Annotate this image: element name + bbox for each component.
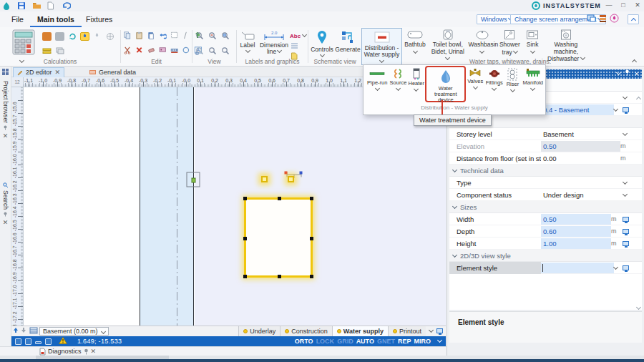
storey-up-button[interactable] [11, 327, 19, 336]
warning-icon[interactable] [59, 337, 67, 346]
status-copy-icon[interactable] [25, 338, 31, 345]
property-value[interactable]: 0.00 [541, 153, 620, 164]
dropdown-item-valves[interactable]: Valves [466, 66, 484, 102]
dropdown-item-fittings[interactable]: Fittings [484, 66, 504, 102]
status-toggle[interactable]: LOCK [315, 338, 336, 345]
tab-file[interactable]: File [4, 14, 31, 27]
modules-icon[interactable] [598, 14, 608, 24]
selected-point[interactable] [261, 176, 268, 182]
panel-pin-icon[interactable] [625, 69, 630, 79]
property-value[interactable] [541, 92, 623, 103]
dimension-line-button[interactable]: 2.0 Dimension line [259, 29, 289, 56]
property-value[interactable] [541, 177, 623, 188]
new-document-button[interactable] [47, 1, 56, 10]
property-dropdown-chevron[interactable] [623, 179, 632, 187]
property-dropdown-chevron[interactable] [614, 264, 623, 272]
label-button[interactable]: Label [237, 29, 258, 56]
dropdown-item-heater[interactable]: Heater [407, 66, 425, 102]
status-toggle[interactable]: ORTO [293, 338, 315, 345]
status-options-chevron[interactable] [438, 338, 441, 345]
compass-icon[interactable] [106, 32, 115, 41]
property-value[interactable] [542, 202, 633, 212]
cut-icon[interactable] [124, 47, 132, 54]
layer-settings-icon[interactable] [436, 328, 443, 335]
scroll-down-chevron[interactable] [637, 304, 640, 312]
property-dropdown-chevron[interactable] [623, 130, 632, 138]
layer-visibility-bulb-icon[interactable] [243, 329, 248, 333]
status-toggle[interactable]: AUTO [355, 338, 376, 345]
status-toggle[interactable]: REP [396, 338, 413, 345]
materials-icon[interactable] [42, 32, 52, 41]
property-value[interactable] [542, 250, 633, 261]
layer-tab[interactable]: Water supply [332, 326, 388, 336]
property-value[interactable]: Basement [541, 129, 623, 140]
distribution-water-supply-button[interactable]: Distribution - Water supply [361, 28, 402, 65]
copy-icon[interactable] [124, 31, 132, 39]
tab-general-data[interactable]: General data [86, 67, 140, 77]
property-value[interactable]: 0.50 [541, 214, 611, 225]
resize-handle[interactable] [278, 275, 281, 278]
undo-button[interactable] [62, 1, 71, 10]
property-dropdown-chevron[interactable] [623, 191, 632, 199]
status-toggle[interactable]: GRID [336, 338, 355, 345]
resize-handle[interactable] [310, 275, 313, 278]
abc-chevron[interactable] [302, 32, 307, 37]
selected-water-treatment-device[interactable] [244, 197, 313, 278]
layers-icon[interactable] [55, 47, 64, 55]
layer-visibility-bulb-icon[interactable] [337, 329, 341, 333]
sidebar-tab-search[interactable]: Search ✕ [2, 182, 9, 226]
resize-handle[interactable] [310, 197, 313, 200]
tab-main-tools[interactable]: Main tools [30, 14, 82, 27]
open-button[interactable] [32, 1, 42, 10]
zoom-extents-icon[interactable] [195, 47, 205, 55]
ribbon-collapse-chevron[interactable] [632, 59, 637, 64]
measure-icon[interactable] [170, 47, 179, 54]
water-calc-active-icon[interactable] [80, 32, 89, 41]
close-button[interactable]: ✕ [631, 0, 644, 11]
bathtub-button[interactable]: Bathtub [403, 27, 427, 56]
dropdown-item-water-treatment-device[interactable]: Water treatment device [425, 66, 466, 102]
scroll-up-chevron[interactable] [637, 94, 640, 102]
layer-visibility-bulb-icon[interactable] [393, 329, 397, 333]
property-monitor-icon[interactable] [623, 215, 632, 223]
pin-icon[interactable] [84, 348, 89, 355]
zoom-out-icon[interactable] [208, 31, 218, 40]
app-module-droplet-icon[interactable] [610, 14, 620, 24]
eraser-icon[interactable] [147, 47, 156, 54]
format-painter-icon[interactable] [159, 47, 167, 54]
maximize-button[interactable]: □ [617, 0, 630, 11]
minimize-button[interactable]: — [602, 0, 615, 11]
property-value[interactable]: Under design [541, 190, 623, 200]
shower-tray-button[interactable]: Shower tray [497, 27, 522, 56]
clipboard-icon[interactable] [147, 31, 156, 39]
property-value[interactable]: 0.60 [541, 226, 611, 237]
sink-button[interactable]: Sink [524, 27, 541, 56]
layer-visibility-bulb-icon[interactable] [285, 329, 289, 333]
calculator-icon[interactable] [11, 29, 36, 57]
water-droplet-icon[interactable] [93, 32, 102, 41]
pan-icon[interactable] [208, 47, 218, 55]
resize-handle[interactable] [243, 197, 247, 200]
circle-tool-icon[interactable] [182, 47, 191, 54]
dropdown-item-pipe-run[interactable]: Pipe-run [366, 66, 389, 102]
property-monitor-icon[interactable] [623, 264, 632, 272]
screen-layout-icon[interactable] [587, 14, 597, 24]
resize-handle[interactable] [278, 197, 281, 200]
paste-icon[interactable] [135, 31, 144, 39]
property-value[interactable] [542, 165, 633, 176]
dropdown-item-source[interactable]: Source [389, 66, 408, 102]
collapse-panel-button[interactable] [628, 14, 639, 24]
status-toggle[interactable]: MIRO [413, 338, 433, 345]
zoom-in-icon[interactable] [195, 31, 205, 40]
property-dropdown-chevron[interactable] [614, 106, 623, 114]
status-line-icon[interactable] [35, 341, 42, 344]
property-value[interactable]: 1.00 [541, 238, 611, 249]
diagnostics-tab[interactable]: Diagnostics [48, 348, 82, 355]
abc-text-style-button[interactable]: Abc [290, 33, 301, 39]
catalog-icon[interactable] [55, 32, 64, 41]
property-dropdown-chevron[interactable] [623, 94, 632, 102]
undo-edit-icon[interactable] [159, 31, 167, 39]
property-monitor-icon[interactable] [623, 240, 632, 248]
panel-menu-chevron[interactable] [617, 69, 620, 79]
status-branch-icon[interactable] [45, 338, 52, 345]
